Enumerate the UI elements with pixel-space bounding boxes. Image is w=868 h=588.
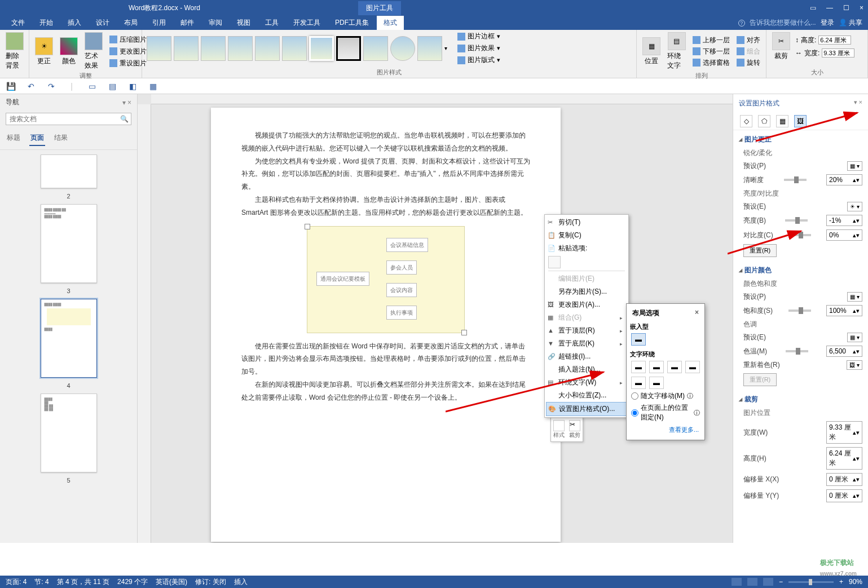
layout-wrap-1[interactable]: ▬ (631, 361, 646, 373)
para-4[interactable]: 使用在需要位置出现的新按钮在 Word 中保存时间。若要更改图片适应文档的方式，… (241, 340, 530, 378)
ribbon-toggle-icon[interactable]: ▭ (810, 4, 816, 12)
width-input[interactable] (822, 48, 854, 58)
qat-icon-1[interactable]: ▭ (87, 81, 97, 91)
layout-radio-fixed[interactable]: 在页面上的位置固定(N) ⓘ (630, 402, 701, 423)
para-1[interactable]: 视频提供了功能强大的方法帮助您证明您的观点。当您单击联机视频时，可以在想要添加的… (241, 129, 530, 155)
section-crop[interactable]: 裁剪 (739, 392, 862, 406)
layout-wrap-2[interactable]: ▬ (649, 361, 664, 373)
recolor-button[interactable]: 🖼 ▾ (847, 360, 862, 370)
preset-tone-button[interactable]: ▦ ▾ (847, 333, 862, 342)
search-icon[interactable]: 🔍 (117, 113, 131, 125)
style-2[interactable] (174, 36, 199, 61)
login-link[interactable]: 登录 (821, 18, 834, 28)
ctx-bring-front[interactable]: ▲置于顶层(R)▸ (546, 324, 627, 337)
tab-file[interactable]: 文件 (5, 16, 32, 30)
view-read-icon[interactable] (732, 578, 742, 586)
thumb-3[interactable]: ████ ████ ██▬▬▬▬████ ████ (41, 204, 97, 283)
search-input[interactable] (6, 113, 117, 125)
crop-button[interactable]: ✂裁剪 (770, 31, 792, 62)
style-11[interactable] (417, 36, 442, 61)
status-pages[interactable]: 第 4 页，共 11 页 (57, 577, 109, 587)
mini-style-button[interactable] (553, 420, 565, 431)
para-3[interactable]: 主题和样式也有助于文档保持协调。当您单击设计并选择新的主题时，图片、图表或 Sm… (241, 193, 530, 219)
position-button[interactable]: ▦位置 (640, 36, 663, 67)
layout-wrap-3[interactable]: ▬ (667, 361, 682, 373)
tab-design[interactable]: 设计 (89, 16, 116, 30)
paste-option-1[interactable] (548, 256, 561, 268)
tab-layout[interactable]: 布局 (117, 16, 144, 30)
selection-pane-button[interactable]: 选择窗格 (690, 58, 732, 68)
mini-crop-button[interactable]: ✂ (569, 420, 580, 431)
tab-mail[interactable]: 邮件 (174, 16, 201, 30)
picture-tools-tab[interactable]: 图片工具 (358, 1, 401, 15)
ctx-send-back[interactable]: ▼置于底层(K)▸ (546, 337, 627, 350)
layout-wrap-5[interactable]: ▬ (631, 377, 646, 389)
qat-icon-3[interactable]: ◧ (127, 81, 138, 91)
tell-me-icon[interactable]: ? (738, 20, 745, 26)
picture-border-button[interactable]: 图片边框 ▾ (455, 31, 503, 42)
fmt-layout-icon[interactable]: ▦ (776, 115, 788, 127)
minimize-icon[interactable]: — (826, 4, 833, 12)
page-canvas[interactable]: 视频提供了功能强大的方法帮助您证明您的观点。当您单击联机视频时，可以在想要添加的… (211, 108, 561, 542)
ctx-change-picture[interactable]: 🖼更改图片(A)... (546, 298, 627, 311)
tell-me[interactable]: 告诉我您想要做什么... (750, 18, 816, 28)
layout-radio-move[interactable]: 随文字移动(M) ⓘ (630, 390, 701, 402)
picture-effects-button[interactable]: 图片效果 ▾ (455, 43, 503, 54)
saturation-slider[interactable] (788, 310, 811, 312)
fmt-picture-icon[interactable]: 🖼 (794, 115, 807, 127)
style-9[interactable] (363, 36, 388, 61)
share-button[interactable]: 👤 共享 (839, 18, 862, 28)
send-backward-button[interactable]: 下移一层 (690, 46, 732, 57)
qat-icon-4[interactable]: ▦ (148, 81, 158, 91)
nav-tab-headings[interactable]: 标题 (6, 131, 21, 146)
undo-icon[interactable]: ↶ (26, 81, 36, 91)
ctx-save-as-picture[interactable]: 另存为图片(S)... (546, 285, 627, 298)
layout-wrap-6[interactable]: ▬ (649, 377, 664, 389)
tab-home[interactable]: 开始 (33, 16, 60, 30)
reset-corrections-button[interactable]: 重置(R) (743, 244, 777, 257)
remove-background-button[interactable]: 删除背景 (3, 31, 25, 72)
style-1[interactable] (147, 36, 171, 61)
crop-offsety-input[interactable]: 0 厘米▴▾ (826, 489, 862, 502)
save-icon[interactable]: 💾 (6, 81, 16, 91)
maximize-icon[interactable]: ☐ (843, 4, 849, 12)
brightness-input[interactable]: -1%▴▾ (826, 215, 862, 226)
style-8[interactable] (336, 36, 361, 61)
corrections-button[interactable]: ☀更正 (33, 36, 55, 67)
status-revision[interactable]: 修订: 关闭 (195, 577, 226, 587)
zoom-level[interactable]: 90% (849, 578, 862, 586)
picture-styles-gallery[interactable]: ▾ (146, 35, 448, 62)
tab-references[interactable]: 引用 (146, 16, 173, 30)
ctx-format-picture[interactable]: 🎨设置图片格式(O)... (546, 402, 627, 416)
nav-search[interactable]: 🔍 (6, 113, 131, 125)
fmt-effects-icon[interactable]: ⬠ (758, 115, 770, 127)
tab-pdf[interactable]: PDF工具集 (328, 16, 376, 30)
layout-wrap-4[interactable]: ▬ (685, 361, 700, 373)
nav-tab-results[interactable]: 结果 (53, 131, 69, 146)
style-5[interactable] (255, 36, 280, 61)
wrap-text-button[interactable]: ▤环绕文字 (665, 31, 688, 72)
layout-see-more[interactable]: 查看更多... (630, 423, 701, 436)
bring-forward-button[interactable]: 上移一层 (690, 35, 732, 46)
ctx-copy[interactable]: 📋复制(C) (546, 229, 627, 242)
view-print-icon[interactable] (747, 578, 757, 586)
close-icon[interactable]: × (860, 4, 863, 12)
tab-view[interactable]: 视图 (230, 16, 257, 30)
style-7[interactable] (309, 36, 334, 61)
tab-format[interactable]: 格式 (377, 16, 404, 30)
ctx-wrap-text[interactable]: ▤环绕文字(W)▸ (546, 376, 627, 389)
temperature-input[interactable]: 6,500▴▾ (826, 346, 862, 357)
ctx-caption[interactable]: 插入题注(N)... (546, 363, 627, 376)
gallery-more-icon[interactable]: ▾ (444, 45, 447, 51)
style-6[interactable] (282, 36, 307, 61)
nav-tab-pages[interactable]: 页面 (29, 131, 45, 146)
status-insert[interactable]: 插入 (234, 577, 248, 587)
align-button[interactable]: 对齐 (734, 35, 763, 46)
vertical-ruler[interactable] (138, 104, 151, 543)
status-language[interactable]: 英语(美国) (156, 577, 187, 587)
crop-width-input[interactable]: 9.33 厘米▴▾ (826, 421, 862, 444)
tab-developer[interactable]: 开发工具 (287, 16, 327, 30)
layout-inline-option[interactable]: ▬ (631, 333, 646, 346)
section-corrections[interactable]: 图片更正 (739, 132, 862, 147)
fmt-close-icon[interactable]: ▾ × (854, 99, 862, 108)
